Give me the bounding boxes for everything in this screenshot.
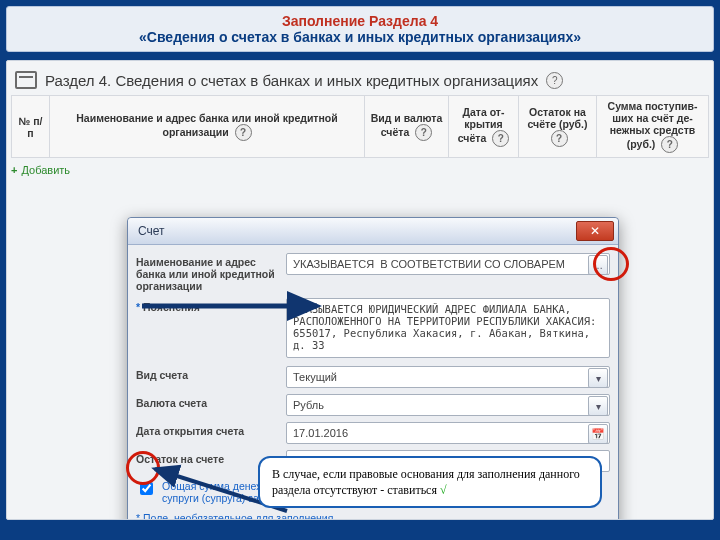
dialog-title: Счет xyxy=(132,224,576,238)
label-currency: Валюта счета xyxy=(136,394,286,409)
date-input[interactable] xyxy=(286,422,610,444)
add-label: Добавить xyxy=(21,164,70,176)
explain-textarea[interactable]: УКАЗЫВАЕТСЯ ЮРИДИЧЕСКИЙ АДРЕС ФИЛИАЛА БА… xyxy=(286,298,610,358)
accounts-table-header: № п/п Наименование и адрес банка или ино… xyxy=(11,95,709,158)
section-icon xyxy=(15,71,37,89)
lookup-button[interactable]: … xyxy=(588,255,608,275)
chevron-down-icon[interactable]: ▾ xyxy=(588,396,608,416)
banner-title: Заполнение Раздела 4 xyxy=(282,13,438,29)
plus-icon: + xyxy=(11,164,17,176)
label-type: Вид счета xyxy=(136,366,286,381)
col-balance: Остаток на счёте (руб.) ? xyxy=(519,96,597,158)
help-icon[interactable]: ? xyxy=(492,130,509,147)
help-icon[interactable]: ? xyxy=(551,130,568,147)
chevron-down-icon[interactable]: ▾ xyxy=(588,368,608,388)
bank-input[interactable] xyxy=(286,253,610,275)
slide-title-banner: Заполнение Раздела 4 «Сведения о счетах … xyxy=(6,6,714,52)
col-number: № п/п xyxy=(12,96,50,158)
section-title: Раздел 4. Сведения о счетах в банках и и… xyxy=(45,72,538,89)
currency-select[interactable] xyxy=(286,394,610,416)
help-icon[interactable]: ? xyxy=(235,124,252,141)
add-button[interactable]: + Добавить xyxy=(11,164,70,176)
label-date: Дата открытия счета xyxy=(136,422,286,437)
help-icon[interactable]: ? xyxy=(546,72,563,89)
label-bank: Наименование и адрес банка или иной кред… xyxy=(136,253,286,292)
callout-note: В случае, если правовые основания для за… xyxy=(258,456,602,508)
close-icon: ✕ xyxy=(590,224,600,238)
help-icon[interactable]: ? xyxy=(415,124,432,141)
col-bank: Наименование и адрес банка или иной кред… xyxy=(50,96,365,158)
col-inflow: Сумма поступив-ших на счёт де-нежных сре… xyxy=(597,96,709,158)
total-inflow-checkbox[interactable] xyxy=(140,482,153,495)
callout-text: В случае, если правовые основания для за… xyxy=(272,467,580,497)
dialog-titlebar[interactable]: Счет ✕ xyxy=(128,218,618,245)
col-date: Дата от-крытия счёта ? xyxy=(449,96,519,158)
banner-subtitle: «Сведения о счетах в банках и иных креди… xyxy=(139,29,581,45)
app-window: Раздел 4. Сведения о счетах в банках и и… xyxy=(6,60,714,520)
dialog-footnote: * Поле, необязательное для заполнения xyxy=(136,512,610,520)
label-explain: Пояснения xyxy=(136,298,286,313)
col-type: Вид и валюта счёта ? xyxy=(365,96,449,158)
close-button[interactable]: ✕ xyxy=(576,221,614,241)
type-select[interactable] xyxy=(286,366,610,388)
help-icon[interactable]: ? xyxy=(661,136,678,153)
checkmark-icon: √ xyxy=(440,483,447,497)
section-header: Раздел 4. Сведения о счетах в банках и и… xyxy=(11,65,709,95)
calendar-icon[interactable]: 📅 xyxy=(588,424,608,444)
